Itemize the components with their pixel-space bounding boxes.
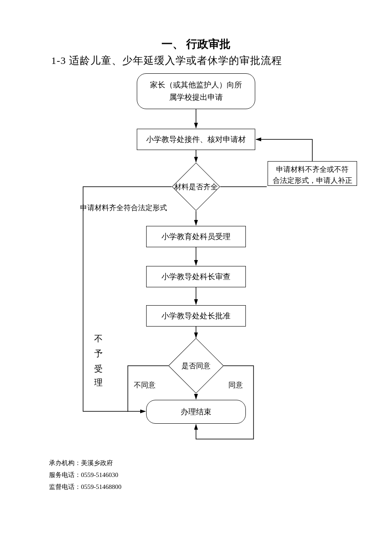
decision-agree-text: 是否同意 bbox=[182, 361, 210, 371]
node-incomplete-text: 申请材料不齐全或不符 合法定形式，申请人补正 bbox=[273, 165, 352, 185]
footer-org: 承办机构：美溪乡政府 bbox=[49, 457, 113, 469]
node-receive: 小学教导处接件、核对申请材 bbox=[137, 129, 255, 150]
node-incomplete: 申请材料不齐全或不符 合法定形式，申请人补正 bbox=[268, 161, 357, 186]
node-approve: 小学教导处处长批准 bbox=[146, 305, 246, 327]
section-title: 一、 行政审批 bbox=[0, 37, 392, 52]
node-start-text: 家长（或其他监护人）向所 属学校提出申请 bbox=[150, 79, 242, 104]
node-accept-text: 小学教育处科员受理 bbox=[161, 231, 231, 243]
footer-org-value: 美溪乡政府 bbox=[81, 460, 113, 466]
node-end: 办理结束 bbox=[146, 400, 246, 424]
flow-title: 1-3 适龄儿童、少年延缓入学或者休学的审批流程 bbox=[51, 54, 282, 67]
node-end-text: 办理结束 bbox=[181, 406, 211, 418]
node-accept: 小学教育处科员受理 bbox=[146, 226, 246, 247]
node-review-text: 小学教导处科长审查 bbox=[161, 271, 231, 283]
label-reject: 不 予 受 理 bbox=[93, 328, 104, 374]
decision-materials-text: 材料是否齐全 bbox=[174, 182, 218, 192]
label-complete: 申请材料齐全符合法定形式 bbox=[80, 203, 167, 213]
decision-materials: 材料是否齐全 bbox=[172, 162, 220, 211]
node-receive-text: 小学教导处接件、核对申请材 bbox=[146, 133, 246, 146]
footer-svc-value: 0559-5146030 bbox=[81, 471, 118, 478]
footer-sup-label: 监督电话： bbox=[49, 483, 81, 490]
label-agree: 同意 bbox=[228, 380, 243, 390]
footer-supervise: 监督电话：0559-51468800 bbox=[49, 481, 121, 493]
node-review: 小学教导处科长审查 bbox=[146, 266, 246, 287]
decision-agree: 是否同意 bbox=[168, 338, 224, 393]
page: 一、 行政审批 1-3 适龄儿童、少年延缓入学或者休学的审批流程 家长（或其他监… bbox=[0, 0, 392, 555]
node-start: 家长（或其他监护人）向所 属学校提出申请 bbox=[137, 73, 255, 109]
footer-org-label: 承办机构： bbox=[49, 460, 81, 466]
footer-service: 服务电话：0559-5146030 bbox=[49, 469, 118, 481]
footer-svc-label: 服务电话： bbox=[49, 471, 81, 478]
label-disagree: 不同意 bbox=[134, 380, 156, 390]
node-approve-text: 小学教导处处长批准 bbox=[161, 310, 231, 322]
footer-sup-value: 0559-51468800 bbox=[81, 483, 121, 490]
